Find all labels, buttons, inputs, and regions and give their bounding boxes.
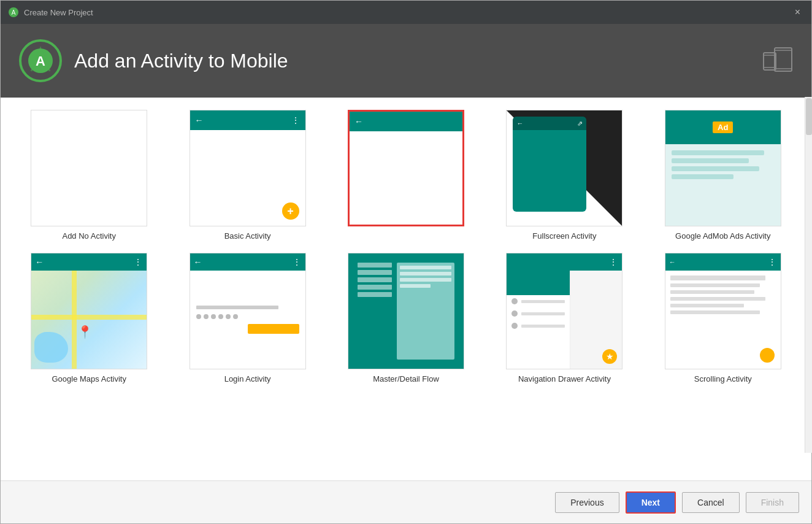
nav-item-2 (507, 307, 569, 320)
empty-activity-selected-label: Empty Activity (350, 225, 462, 226)
header: A Add an Activity to Mobile (1, 24, 811, 98)
main-window: A Create New Project × A Add an Activity… (0, 0, 812, 524)
activity-item-empty[interactable]: ← Empty Activity (336, 110, 476, 231)
basic-thumb-body: + (190, 130, 305, 226)
empty-thumb-body (350, 131, 462, 225)
activity-item-basic[interactable]: ← ⋮ + Basic Activity (177, 110, 317, 241)
back-arrow-icon: ← (195, 115, 204, 125)
finish-button[interactable]: Finish (746, 492, 799, 513)
empty-thumb: ← (350, 112, 462, 225)
maps-body: 📍 (31, 271, 147, 369)
scroll-body (665, 271, 781, 369)
login-username-field (196, 306, 278, 309)
scrollbar-thumb[interactable] (806, 98, 812, 135)
master-detail-layout (358, 263, 454, 360)
activity-item-login[interactable]: ← ⋮ (177, 253, 317, 383)
fullscreen-activity-thumbnail[interactable]: ← ⇗ (506, 110, 622, 226)
activity-item-admob[interactable]: Ad Google AdMob Ads Activity (653, 110, 793, 241)
star-1 (196, 314, 201, 319)
maps-menu-dots: ⋮ (134, 257, 143, 267)
nav-dot-2 (511, 310, 518, 317)
activity-item-navdrawer[interactable]: ⋮ (494, 253, 634, 383)
activity-item-fullscreen[interactable]: ← ⇗ Fullscreen Activity (494, 110, 634, 241)
list-item-3 (358, 277, 392, 282)
next-button[interactable]: Next (626, 491, 676, 514)
login-body (190, 271, 305, 369)
admob-line-3 (672, 166, 759, 171)
basic-activity-thumbnail[interactable]: ← ⋮ + (190, 110, 306, 226)
scroll-thumb: ← ⋮ (665, 253, 781, 369)
scrolling-activity-label: Scrolling Activity (694, 374, 752, 383)
nav-bar: ⋮ (507, 253, 622, 271)
header-logo: A (19, 39, 62, 82)
back-arrow-icon-empty: ← (354, 117, 363, 126)
star-6 (233, 314, 238, 319)
fullscreen-activity-label: Fullscreen Activity (532, 231, 596, 241)
fullscreen-phone: ← ⇗ (513, 117, 586, 212)
detail-line-3 (400, 278, 451, 282)
login-thumb: ← ⋮ (190, 253, 305, 369)
cancel-button[interactable]: Cancel (682, 492, 740, 513)
maps-background: 📍 (31, 271, 147, 369)
masterdetail-activity-thumbnail[interactable] (348, 253, 464, 369)
activity-item-maps[interactable]: ← ⋮ 📍 (19, 253, 159, 383)
scroll-bar: ← ⋮ (665, 253, 781, 271)
window-title: Create New Project (24, 8, 791, 17)
content-area: Add No Activity ← ⋮ + (1, 98, 811, 480)
fab-button: + (282, 202, 299, 220)
activity-item-scrolling[interactable]: ← ⋮ (653, 253, 793, 383)
svg-text:A: A (12, 9, 16, 16)
scroll-line-2 (670, 290, 755, 294)
nav-thumb: ⋮ (507, 253, 622, 369)
master-detail-panel (397, 263, 454, 360)
masterdetail-activity-label: Master/Detail Flow (373, 374, 439, 383)
scroll-line-3 (670, 297, 765, 301)
maps-thumb: ← ⋮ 📍 (31, 253, 147, 369)
login-bar: ← ⋮ (190, 253, 305, 271)
master-list (358, 263, 392, 360)
admob-activity-label: Google AdMob Ads Activity (675, 231, 770, 241)
nav-dot-3 (511, 323, 518, 329)
empty-activity-thumbnail[interactable]: ← Empty Activity (348, 110, 464, 226)
admob-top-bar: Ad (665, 110, 781, 144)
nav-fab-button: ★ (602, 349, 617, 364)
title-bar: A Create New Project × (1, 1, 811, 24)
scrollbar[interactable] (805, 98, 811, 453)
back-arrow-maps: ← (35, 257, 44, 267)
admob-content (665, 144, 781, 185)
login-activity-thumbnail[interactable]: ← ⋮ (190, 253, 306, 369)
nav-line-3 (521, 325, 564, 328)
admob-activity-thumbnail[interactable]: Ad (665, 110, 781, 226)
maps-activity-label: Google Maps Activity (52, 374, 126, 383)
nav-line-2 (521, 312, 564, 315)
no-activity-thumbnail[interactable] (31, 110, 147, 226)
basic-thumb: ← ⋮ + (190, 110, 305, 226)
activity-item-no-activity[interactable]: Add No Activity (19, 110, 159, 241)
previous-button[interactable]: Previous (555, 492, 619, 513)
navdrawer-activity-thumbnail[interactable]: ⋮ (506, 253, 622, 369)
login-menu-dots: ⋮ (293, 257, 302, 267)
scrolling-activity-thumbnail[interactable]: ← ⋮ (665, 253, 781, 369)
list-item-4 (358, 285, 392, 290)
star-4 (218, 314, 223, 319)
detail-line-1 (400, 266, 451, 269)
nav-line-1 (521, 300, 564, 303)
nav-drawer-header (507, 271, 569, 295)
map-pin-icon: 📍 (77, 325, 93, 339)
svg-rect-5 (775, 48, 792, 71)
page-title: Add an Activity to Mobile (74, 50, 288, 72)
login-password-stars (196, 314, 299, 319)
activity-grid-container[interactable]: Add No Activity ← ⋮ + (1, 98, 811, 480)
list-item-5 (358, 292, 392, 297)
maps-road-vertical (72, 271, 77, 369)
phone-tablet-icon (762, 47, 793, 72)
maps-bar: ← ⋮ (31, 253, 147, 271)
login-activity-label: Login Activity (224, 374, 271, 383)
ad-badge: Ad (713, 121, 733, 133)
login-button-preview (248, 324, 299, 334)
activity-item-masterdetail[interactable]: Master/Detail Flow (336, 253, 476, 383)
menu-dots-icon: ⋮ (291, 115, 301, 125)
close-button[interactable]: × (791, 6, 804, 19)
maps-activity-thumbnail[interactable]: ← ⋮ 📍 (31, 253, 147, 369)
nav-dot-1 (511, 298, 518, 304)
